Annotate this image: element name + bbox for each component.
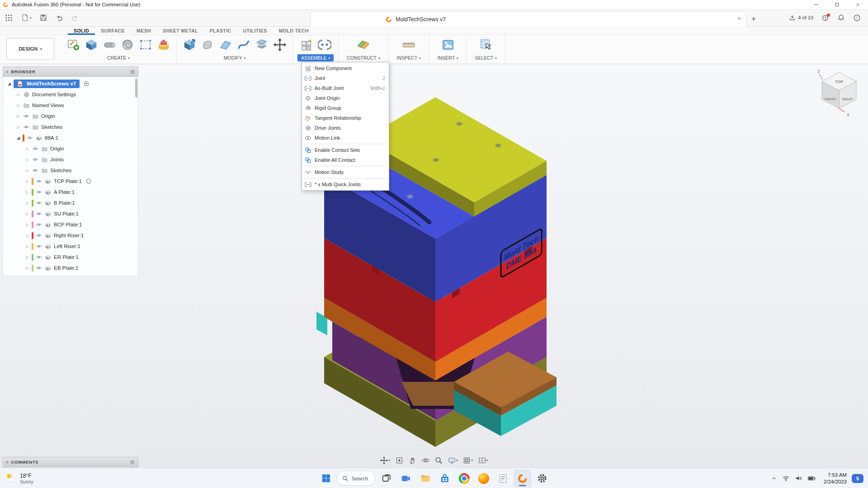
visibility-eye-icon[interactable] bbox=[35, 232, 43, 239]
item-label[interactable]: ER Plate:1 bbox=[54, 254, 79, 260]
item-label[interactable]: B Plate:1 bbox=[54, 200, 75, 206]
item-label[interactable]: SU Plate:1 bbox=[54, 211, 79, 216]
taskbar-search[interactable]: Search bbox=[337, 471, 376, 486]
settings-taskbar-icon[interactable] bbox=[533, 470, 551, 487]
item-label[interactable]: Origin bbox=[50, 146, 64, 151]
expand-toggle-icon[interactable]: ▷ bbox=[24, 255, 31, 259]
expand-toggle-icon[interactable]: ◢ bbox=[15, 136, 22, 140]
expand-toggle-icon[interactable]: ▷ bbox=[24, 190, 31, 194]
item-label[interactable]: Sketches bbox=[41, 124, 62, 130]
group-label-insert[interactable]: INSERT▾ bbox=[434, 54, 462, 61]
viewcube-front-label[interactable]: FRONT bbox=[825, 97, 836, 101]
expand-toggle-icon[interactable]: ▷ bbox=[24, 147, 31, 151]
grid-and-snaps-button[interactable]: ▾ bbox=[461, 455, 475, 465]
menu-item-tangent-relationship[interactable]: Tangent Relationship bbox=[302, 113, 389, 123]
cylinder-button[interactable] bbox=[101, 37, 118, 53]
visibility-eye-icon[interactable] bbox=[22, 124, 30, 130]
visibility-eye-icon[interactable] bbox=[35, 254, 43, 260]
expand-toggle-icon[interactable]: ▷ bbox=[15, 93, 22, 97]
volume-icon[interactable] bbox=[795, 474, 802, 482]
item-label[interactable]: Right Riser:1 bbox=[54, 233, 84, 238]
item-label[interactable]: Document Settings bbox=[32, 92, 76, 97]
chrome-taskbar-icon[interactable] bbox=[456, 470, 473, 487]
orbit-button[interactable]: ▾ bbox=[378, 455, 392, 465]
expand-toggle-icon[interactable]: ▷ bbox=[15, 114, 22, 118]
browser-row-tcp-plate-1[interactable]: ▷TCP Plate:1 bbox=[3, 176, 138, 187]
wifi-icon[interactable] bbox=[782, 474, 790, 482]
visibility-eye-icon[interactable] bbox=[26, 135, 34, 141]
expand-toggle-icon[interactable]: ▷ bbox=[24, 169, 31, 173]
zoom-button[interactable] bbox=[433, 455, 444, 465]
menu-item-joint[interactable]: JointJ bbox=[302, 73, 389, 83]
expand-toggle-icon[interactable]: ▷ bbox=[15, 103, 22, 108]
browser-scrollbar[interactable] bbox=[135, 79, 137, 98]
comments-panel-header[interactable]: « COMMENTS bbox=[3, 457, 138, 467]
free-orbit-button[interactable] bbox=[420, 455, 431, 465]
primitives-button[interactable] bbox=[156, 37, 172, 53]
group-label-assemble[interactable]: ASSEMBLE▾ bbox=[297, 54, 334, 61]
ribbon-tab-utilities[interactable]: UTILITIES bbox=[237, 26, 273, 35]
expand-toggle-icon[interactable]: ▷ bbox=[24, 179, 31, 183]
battery-icon[interactable] bbox=[807, 474, 816, 483]
ribbon-tab-sheet-metal[interactable]: SHEET METAL bbox=[157, 26, 204, 35]
help-button[interactable]: ? bbox=[853, 14, 861, 22]
insert-canvas-button[interactable] bbox=[440, 37, 456, 53]
app-grid-menu-button[interactable] bbox=[5, 14, 13, 22]
joint-button[interactable] bbox=[316, 37, 333, 53]
item-label[interactable]: EB Plate:1 bbox=[54, 265, 78, 271]
file-explorer-taskbar-icon[interactable] bbox=[417, 470, 434, 487]
browser-row-su-plate-1[interactable]: ▷SU Plate:1 bbox=[3, 208, 138, 219]
expand-toggle-icon[interactable]: ▷ bbox=[24, 223, 31, 227]
expand-toggle-icon[interactable]: ▷ bbox=[24, 201, 31, 205]
selection-circle-icon[interactable] bbox=[85, 178, 93, 184]
browser-row-er-plate-1[interactable]: ▷ER Plate:1 bbox=[3, 252, 138, 263]
group-label-inspect[interactable]: INSPECT▾ bbox=[393, 54, 425, 61]
tab-close-icon[interactable] bbox=[736, 16, 742, 21]
item-label[interactable]: A Plate:1 bbox=[54, 189, 75, 195]
activate-component-icon[interactable] bbox=[82, 80, 90, 87]
browser-row-joints[interactable]: ▷Joints bbox=[3, 154, 138, 165]
expand-toggle-icon[interactable]: ▷ bbox=[24, 212, 31, 216]
browser-row-bcp-plate-1[interactable]: ▷BCP Plate:1 bbox=[3, 219, 138, 230]
file-menu-button[interactable]: ▾ bbox=[21, 14, 32, 22]
split-body-button[interactable] bbox=[254, 37, 270, 53]
menu-item-enable-all-contact[interactable]: Enable All Contact bbox=[302, 155, 389, 165]
comments-options-icon[interactable] bbox=[130, 460, 135, 465]
browser-row-named-views[interactable]: ▷Named Views bbox=[3, 100, 138, 111]
create-sketch-button[interactable] bbox=[65, 37, 81, 53]
measure-button[interactable] bbox=[401, 37, 417, 53]
job-status[interactable]: 4 of 10 bbox=[789, 14, 813, 21]
browser-row-left-riser-1[interactable]: ▷Left Riser:1 bbox=[3, 241, 138, 252]
view-cube[interactable]: TOP FRONT RIGHT Z X bbox=[813, 66, 867, 120]
ribbon-tab-mold-tech[interactable]: MOLD TECH bbox=[273, 26, 315, 35]
visibility-eye-icon[interactable] bbox=[35, 221, 43, 228]
press-pull-button[interactable] bbox=[181, 37, 198, 53]
construct-plane-button[interactable] bbox=[355, 37, 372, 53]
box-button[interactable] bbox=[137, 37, 154, 53]
group-label-select[interactable]: SELECT▾ bbox=[471, 54, 500, 61]
expand-toggle-icon[interactable]: ▷ bbox=[24, 158, 31, 162]
expand-toggle-icon[interactable]: ▷ bbox=[24, 244, 31, 249]
expand-toggle-icon[interactable]: ▷ bbox=[24, 234, 31, 238]
group-label-create[interactable]: CREATE▾ bbox=[104, 54, 133, 61]
browser-row-moldtechscrews-v7[interactable]: ◢MoldTechScrews v7 bbox=[3, 78, 138, 89]
ribbon-tab-solid[interactable]: SOLID bbox=[68, 26, 95, 35]
visibility-eye-icon[interactable] bbox=[31, 156, 39, 163]
redo-button[interactable] bbox=[71, 14, 79, 22]
viewcube-right-label[interactable]: RIGHT bbox=[842, 97, 853, 101]
fusion-360-taskbar-icon[interactable] bbox=[514, 470, 531, 487]
item-label[interactable]: BCP Plate:1 bbox=[54, 222, 82, 227]
item-label[interactable]: Left Riser:1 bbox=[54, 244, 80, 249]
expand-toggle-icon[interactable]: ◢ bbox=[6, 81, 13, 86]
menu-item-rigid-group[interactable]: Rigid Group bbox=[302, 103, 389, 113]
item-label[interactable]: TCP Plate:1 bbox=[54, 178, 82, 184]
new-component-button[interactable] bbox=[298, 37, 315, 53]
browser-row-eb-plate-1[interactable]: ▷EB Plate:1 bbox=[3, 263, 138, 273]
notification-count-badge[interactable]: 5 bbox=[852, 474, 863, 483]
document-tab[interactable]: MoldTechScrews v7 bbox=[310, 11, 747, 27]
shell-button[interactable] bbox=[217, 37, 234, 53]
microsoft-store-taskbar-icon[interactable] bbox=[436, 470, 453, 487]
visibility-eye-icon[interactable] bbox=[31, 167, 39, 174]
viewports-button[interactable]: ▾ bbox=[476, 455, 490, 465]
firefox-taskbar-icon[interactable] bbox=[475, 470, 492, 487]
